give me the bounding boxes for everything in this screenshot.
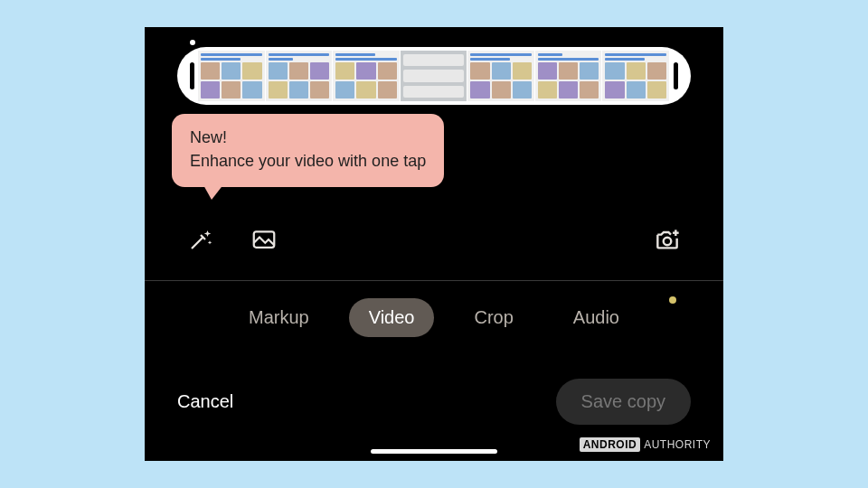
save-copy-button[interactable]: Save copy: [556, 379, 691, 425]
tool-icon-row: [145, 217, 723, 262]
frame-photo-icon: [250, 226, 278, 253]
watermark-suffix: AUTHORITY: [644, 438, 711, 451]
cancel-button[interactable]: Cancel: [177, 391, 233, 412]
camera-plus-icon: [653, 225, 682, 254]
home-indicator[interactable]: [371, 449, 497, 454]
tooltip-title: New!: [190, 127, 426, 148]
scrub-position-marker[interactable]: [190, 40, 195, 45]
video-timeline-filmstrip[interactable]: [177, 47, 691, 105]
audio-new-indicator: [669, 296, 676, 304]
edit-mode-tabs: Markup Video Crop Audio: [145, 298, 723, 337]
frame-photo-button[interactable]: [241, 220, 288, 259]
watermark: ANDROID AUTHORITY: [580, 437, 711, 452]
section-divider: [145, 280, 723, 281]
bottom-action-bar: Cancel Save copy: [145, 379, 723, 425]
watermark-brand: ANDROID: [580, 437, 641, 452]
enhance-button[interactable]: [177, 220, 224, 259]
tab-audio[interactable]: Audio: [553, 298, 639, 337]
svg-line-0: [192, 238, 203, 249]
tooltip-body: Enhance your video with one tap: [190, 150, 426, 172]
trim-handle-right[interactable]: [674, 62, 678, 89]
timeline-frames[interactable]: [198, 51, 670, 101]
tab-video[interactable]: Video: [349, 298, 435, 337]
enhance-tooltip: New! Enhance your video with one tap: [172, 114, 444, 187]
export-frame-button[interactable]: [644, 220, 691, 259]
trim-handle-left[interactable]: [190, 62, 194, 89]
magic-wand-icon: [187, 226, 214, 253]
svg-point-3: [664, 238, 672, 246]
video-editor-screen: New! Enhance your video with one tap: [145, 27, 723, 461]
tab-markup[interactable]: Markup: [229, 298, 329, 337]
tab-crop[interactable]: Crop: [454, 298, 533, 337]
